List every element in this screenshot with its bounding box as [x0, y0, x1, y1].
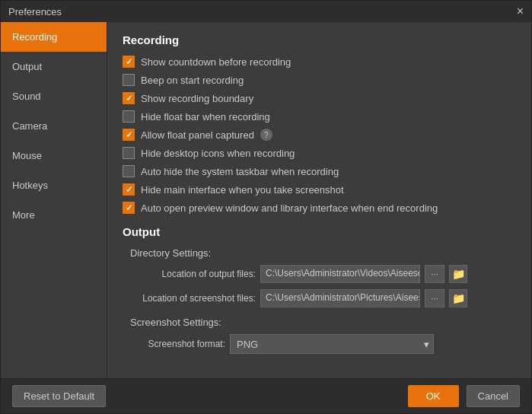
screenshot-files-folder-button[interactable]: 📁	[449, 289, 467, 307]
recording-section-title: Recording	[123, 33, 516, 46]
checkbox-beep[interactable]	[123, 74, 135, 86]
output-files-dots-button[interactable]: ···	[425, 265, 444, 283]
checkbox-row-preview: Auto open preview window and library int…	[123, 202, 516, 214]
checkbox-label-boundary: Show recording boundary	[141, 93, 253, 104]
output-files-row: Location of output files: C:\Users\Admin…	[138, 265, 516, 283]
checkbox-desktop[interactable]	[123, 147, 135, 159]
format-row: Screenshot format: PNG JPG BMP GIF	[138, 334, 516, 354]
output-section-title: Output	[123, 225, 516, 238]
checkbox-row-beep: Beep on start recording	[123, 74, 516, 86]
checkbox-countdown[interactable]	[123, 56, 135, 68]
close-button[interactable]: ×	[517, 5, 524, 18]
checkbox-floatpanel[interactable]	[123, 129, 135, 141]
checkbox-row-floatpanel: Allow float panel captured ?	[123, 129, 516, 141]
checkbox-label-countdown: Show countdown before recording	[141, 56, 291, 68]
footer-right: OK Cancel	[408, 385, 520, 407]
format-select-wrapper: PNG JPG BMP GIF	[230, 334, 434, 354]
sidebar-item-camera[interactable]: Camera	[1, 111, 107, 141]
checkbox-floatbar[interactable]	[123, 110, 135, 123]
checkbox-label-floatpanel: Allow float panel captured	[141, 129, 254, 141]
window-title: Preferences	[8, 6, 62, 18]
reset-button[interactable]: Reset to Default	[12, 385, 106, 407]
checkbox-boundary[interactable]	[123, 92, 135, 104]
ok-button[interactable]: OK	[408, 385, 459, 407]
screenshot-settings-label: Screenshot Settings:	[130, 317, 516, 328]
format-label: Screenshot format:	[138, 339, 225, 349]
output-files-label: Location of output files:	[138, 269, 256, 279]
checkbox-label-taskbar: Auto hide the system taskbar when record…	[141, 166, 339, 177]
sidebar-item-sound[interactable]: Sound	[1, 81, 107, 111]
checkbox-label-beep: Beep on start recording	[141, 75, 244, 86]
format-select[interactable]: PNG JPG BMP GIF	[230, 334, 434, 354]
checkbox-row-floatbar: Hide float bar when recording	[123, 110, 516, 123]
sidebar-item-hotkeys[interactable]: Hotkeys	[1, 170, 107, 200]
checkbox-row-countdown: Show countdown before recording	[123, 56, 516, 68]
checkbox-row-taskbar: Auto hide the system taskbar when record…	[123, 165, 516, 177]
output-files-input[interactable]: C:\Users\Administrator\Videos\Aiseesoft …	[260, 265, 420, 283]
screenshot-files-input[interactable]: C:\Users\Administrator\Pictures\Aiseesof…	[260, 289, 420, 307]
checkbox-taskbar[interactable]	[123, 165, 135, 177]
sidebar-item-recording[interactable]: Recording	[1, 22, 107, 52]
preferences-window: Preferences × Recording Output Sound Cam…	[0, 0, 532, 414]
cancel-button[interactable]: Cancel	[467, 385, 520, 407]
checkbox-row-maininterface: Hide main interface when you take screen…	[123, 183, 516, 196]
sidebar-item-more[interactable]: More	[1, 200, 107, 230]
content-area: Recording Output Sound Camera Mouse Hotk…	[1, 22, 531, 378]
help-icon[interactable]: ?	[260, 129, 272, 141]
footer: Reset to Default OK Cancel	[1, 378, 531, 413]
main-content: Recording Show countdown before recordin…	[107, 22, 531, 378]
screenshot-files-label: Location of screenshot files:	[138, 293, 256, 304]
directory-settings-label: Directory Settings:	[130, 247, 516, 259]
checkbox-label-preview: Auto open preview window and library int…	[141, 202, 438, 214]
checkbox-row-boundary: Show recording boundary	[123, 92, 516, 104]
screenshot-files-dots-button[interactable]: ···	[425, 289, 444, 307]
checkbox-label-desktop: Hide desktop icons when recording	[141, 148, 295, 159]
sidebar-item-mouse[interactable]: Mouse	[1, 141, 107, 170]
output-files-folder-button[interactable]: 📁	[449, 265, 467, 283]
screenshot-files-row: Location of screenshot files: C:\Users\A…	[138, 289, 516, 307]
sidebar: Recording Output Sound Camera Mouse Hotk…	[1, 22, 107, 378]
checkbox-label-floatbar: Hide float bar when recording	[141, 111, 270, 123]
checkbox-row-desktop: Hide desktop icons when recording	[123, 147, 516, 159]
sidebar-item-output[interactable]: Output	[1, 52, 107, 81]
titlebar: Preferences ×	[1, 1, 531, 22]
checkbox-label-maininterface: Hide main interface when you take screen…	[141, 184, 344, 196]
checkbox-preview[interactable]	[123, 202, 135, 214]
checkbox-maininterface[interactable]	[123, 183, 135, 196]
